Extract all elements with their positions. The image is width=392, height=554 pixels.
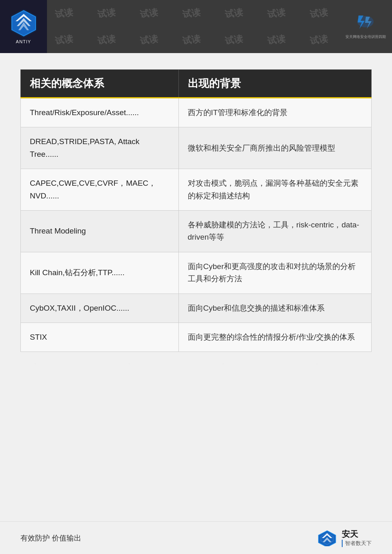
table-cell-col2: 面向Cyber和信息交换的描述和标准体系	[178, 294, 371, 323]
data-table: 相关的概念体系 出现的背景 Threat/Risk/Exposure/Asset…	[20, 69, 372, 352]
right-logo-icon	[354, 13, 377, 32]
table-cell-col2: 微软和相关安全厂商所推出的风险管理模型	[178, 127, 371, 169]
table-row: DREAD,STRIDE,PASTA, Attack Tree......微软和…	[21, 127, 372, 169]
watermark-item: 试读	[207, 362, 229, 364]
footer-left-text: 有效防护 价值输出	[20, 533, 81, 543]
col2-header: 出现的背景	[178, 70, 371, 98]
table-header-row: 相关的概念体系 出现的背景	[21, 70, 372, 98]
wm-item: 试读	[224, 33, 244, 47]
table-cell-col1: CAPEC,CWE,CVE,CVRF，MAEC，NVD......	[21, 169, 179, 211]
table-row: STIX面向更完整的综合性的情报分析/作业/交换的体系	[21, 323, 372, 352]
footer-logo-icon	[317, 530, 337, 546]
wm-item: 试读	[309, 6, 329, 21]
wm-item: 试读	[139, 6, 159, 21]
watermark-item: 试读	[301, 362, 323, 364]
col1-header: 相关的概念体系	[21, 70, 179, 98]
table-cell-col2: 对攻击模式，脆弱点，漏洞等各种基础的安全元素的标定和描述结构	[178, 169, 371, 211]
table-cell-col2: 面向更完整的综合性的情报分析/作业/交换的体系	[178, 323, 371, 352]
table-cell-col2: 各种威胁建模的方法论，工具，risk-centric，data-driven等等	[178, 210, 371, 252]
watermark-row-2: 试读 试读 试读 试读 试读 试读 试读	[47, 31, 339, 49]
table-cell-col2: 面向Cyber和更高强度的攻击和对抗的场景的分析工具和分析方法	[178, 252, 371, 294]
watermark-item: 试读	[114, 362, 135, 364]
wm-item: 试读	[54, 6, 74, 21]
table-cell-col1: STIX	[21, 323, 179, 352]
wm-item: 试读	[267, 6, 286, 21]
wm-item: 试读	[182, 33, 201, 47]
wm-item: 试读	[54, 33, 74, 47]
header-watermark-area: 试读 试读 试读 试读 试读 试读 试读 试读 试读 试读 试读 试读 试读 试…	[47, 0, 339, 53]
table-body: Threat/Risk/Exposure/Asset......西方的IT管理和…	[21, 98, 372, 352]
header-right-logo: 安天网络安全培训营四期	[339, 0, 392, 53]
logo-hexagon	[9, 9, 38, 38]
main-content: 试读试读试读试读试读试读试读试读试读试读试读试读试读试读试读试读试读试读试读试读…	[0, 53, 392, 364]
watermark-item: 试读	[20, 362, 41, 364]
table-row: CAPEC,CWE,CVE,CVRF，MAEC，NVD......对攻击模式，脆…	[21, 169, 372, 211]
wm-item: 试读	[267, 33, 286, 47]
wm-item: 试读	[97, 6, 116, 21]
table-row: Threat/Risk/Exposure/Asset......西方的IT管理和…	[21, 98, 372, 127]
wm-item: 试读	[309, 33, 329, 47]
table-row: Threat Modeling各种威胁建模的方法论，工具，risk-centri…	[21, 210, 372, 252]
table-row: Kill Chain,钻石分析,TTP......面向Cyber和更高强度的攻击…	[21, 252, 372, 294]
table-cell-col1: DREAD,STRIDE,PASTA, Attack Tree......	[21, 127, 179, 169]
table-cell-col1: Kill Chain,钻石分析,TTP......	[21, 252, 179, 294]
wm-item: 试读	[224, 6, 244, 21]
logo-label: ANTIY	[16, 39, 31, 44]
table-cell-col2: 西方的IT管理和标准化的背景	[178, 98, 371, 127]
table-cell-col1: CybOX,TAXII，OpenIOC......	[21, 294, 179, 323]
table-cell-col1: Threat Modeling	[21, 210, 179, 252]
table-cell-col1: Threat/Risk/Exposure/Asset......	[21, 98, 179, 127]
footer-right: 安天 智者数天下	[317, 529, 372, 547]
wm-item: 试读	[97, 33, 116, 47]
footer-brand-sub: 智者数天下	[342, 540, 372, 547]
footer-brand-name: 安天	[342, 529, 358, 540]
watermark-row-1: 试读 试读 试读 试读 试读 试读 试读	[47, 4, 339, 23]
logo-box: ANTIY	[0, 0, 47, 53]
table-row: CybOX,TAXII，OpenIOC......面向Cyber和信息交换的描述…	[21, 294, 372, 323]
wm-item: 试读	[139, 33, 159, 47]
wm-item: 试读	[182, 6, 201, 21]
header: ANTIY 试读 试读 试读 试读 试读 试读 试读 试读 试读 试读 试读 试…	[0, 0, 392, 53]
footer-logo: 安天 智者数天下	[317, 529, 372, 547]
footer: 有效防护 价值输出 安天 智者数天下	[0, 521, 392, 554]
right-logo-text: 安天网络安全培训营四期	[345, 34, 386, 40]
header-watermarks: 试读 试读 试读 试读 试读 试读 试读 试读 试读 试读 试读 试读 试读 试…	[47, 0, 339, 53]
